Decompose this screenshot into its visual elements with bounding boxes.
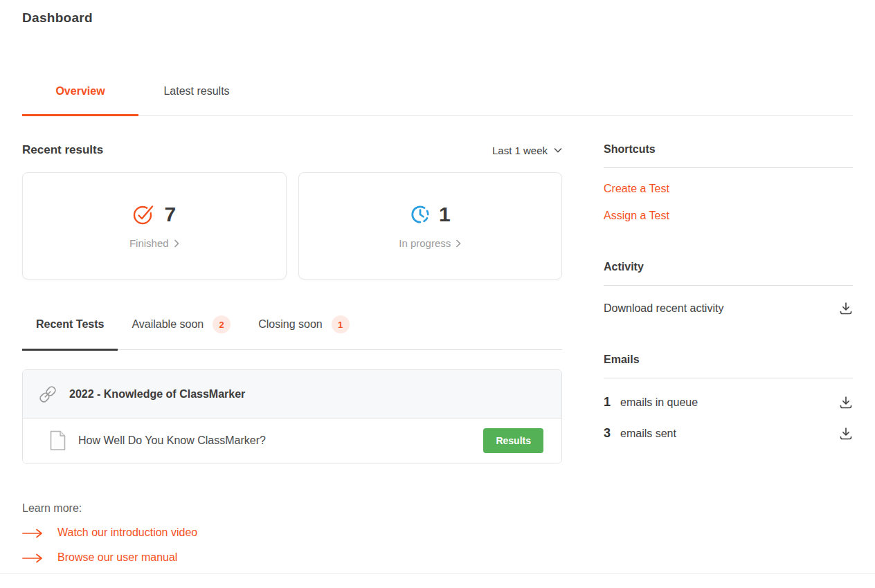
emails-queue-count: 1 bbox=[604, 395, 620, 410]
main-column: Recent results Last 1 week bbox=[22, 143, 562, 564]
arrow-right-icon bbox=[22, 553, 43, 563]
document-icon bbox=[49, 430, 66, 451]
divider bbox=[604, 167, 853, 168]
closing-soon-badge: 1 bbox=[332, 315, 350, 333]
test-group-header: 2022 - Knowledge of ClassMarker bbox=[23, 370, 561, 419]
page-bottom-divider bbox=[0, 573, 875, 574]
arrow-right-icon bbox=[22, 529, 43, 538]
activity-section: Activity Download recent activity bbox=[604, 261, 853, 315]
page-title: Dashboard bbox=[0, 0, 875, 26]
finished-count: 7 bbox=[164, 203, 176, 226]
test-tab-bar: Recent Tests Available soon 2 Closing so… bbox=[22, 315, 562, 350]
learn-more-section: Learn more: Watch our introduction video… bbox=[22, 502, 562, 564]
emails-queue-label: emails in queue bbox=[620, 396, 839, 409]
in-progress-link[interactable]: In progress bbox=[399, 237, 461, 249]
chevron-right-icon bbox=[174, 239, 179, 248]
main-tab-bar: Overview Latest results bbox=[22, 85, 853, 116]
available-soon-badge: 2 bbox=[213, 315, 231, 333]
check-circle-icon bbox=[132, 203, 156, 226]
tab-available-soon[interactable]: Available soon 2 bbox=[118, 315, 244, 349]
date-range-value: Last 1 week bbox=[492, 145, 548, 156]
finished-link[interactable]: Finished bbox=[129, 237, 179, 249]
learn-more-heading: Learn more: bbox=[22, 502, 562, 515]
test-name: How Well Do You Know ClassMarker? bbox=[78, 434, 471, 447]
recent-results-header: Recent results Last 1 week bbox=[22, 143, 562, 157]
clock-icon bbox=[410, 204, 431, 225]
emails-sent-row: 3 emails sent bbox=[604, 426, 853, 441]
shortcuts-section: Shortcuts Create a Test Assign a Test bbox=[604, 143, 853, 222]
divider bbox=[604, 378, 853, 378]
user-manual-link[interactable]: Browse our user manual bbox=[22, 551, 562, 564]
emails-section: Emails 1 emails in queue 3 emails sent bbox=[604, 353, 853, 441]
chevron-down-icon bbox=[554, 147, 562, 153]
tab-latest-results[interactable]: Latest results bbox=[138, 85, 255, 115]
stat-cards: 7 Finished 1 bbox=[22, 172, 562, 279]
download-icon[interactable] bbox=[839, 428, 853, 440]
tab-overview[interactable]: Overview bbox=[22, 85, 138, 115]
results-button[interactable]: Results bbox=[483, 428, 543, 453]
chevron-right-icon bbox=[455, 239, 461, 248]
download-icon[interactable] bbox=[839, 396, 853, 409]
in-progress-count: 1 bbox=[439, 203, 451, 226]
assign-test-link[interactable]: Assign a Test bbox=[604, 210, 853, 222]
finished-card: 7 Finished bbox=[22, 172, 287, 279]
activity-heading: Activity bbox=[604, 261, 853, 273]
emails-queue-row: 1 emails in queue bbox=[604, 395, 853, 410]
divider bbox=[604, 285, 853, 286]
in-progress-card: 1 In progress bbox=[298, 172, 563, 279]
test-group-title: 2022 - Knowledge of ClassMarker bbox=[69, 388, 245, 401]
download-activity-label: Download recent activity bbox=[604, 302, 839, 315]
date-range-dropdown[interactable]: Last 1 week bbox=[492, 145, 562, 156]
tab-closing-soon[interactable]: Closing soon 1 bbox=[244, 315, 363, 349]
intro-video-link[interactable]: Watch our introduction video bbox=[22, 526, 562, 540]
test-group-card: 2022 - Knowledge of ClassMarker How Well… bbox=[22, 369, 562, 463]
content: Recent results Last 1 week bbox=[0, 143, 875, 564]
download-activity-row: Download recent activity bbox=[604, 302, 853, 315]
tab-recent-tests[interactable]: Recent Tests bbox=[22, 315, 118, 349]
test-row: How Well Do You Know ClassMarker? Result… bbox=[23, 419, 561, 463]
sidebar: Shortcuts Create a Test Assign a Test Ac… bbox=[604, 143, 853, 564]
chain-link-icon bbox=[37, 383, 59, 405]
emails-sent-label: emails sent bbox=[620, 428, 839, 440]
recent-results-heading: Recent results bbox=[22, 143, 103, 157]
shortcuts-heading: Shortcuts bbox=[604, 143, 853, 156]
emails-heading: Emails bbox=[604, 353, 853, 366]
download-icon[interactable] bbox=[839, 302, 853, 315]
create-test-link[interactable]: Create a Test bbox=[604, 183, 853, 195]
emails-sent-count: 3 bbox=[604, 426, 620, 441]
